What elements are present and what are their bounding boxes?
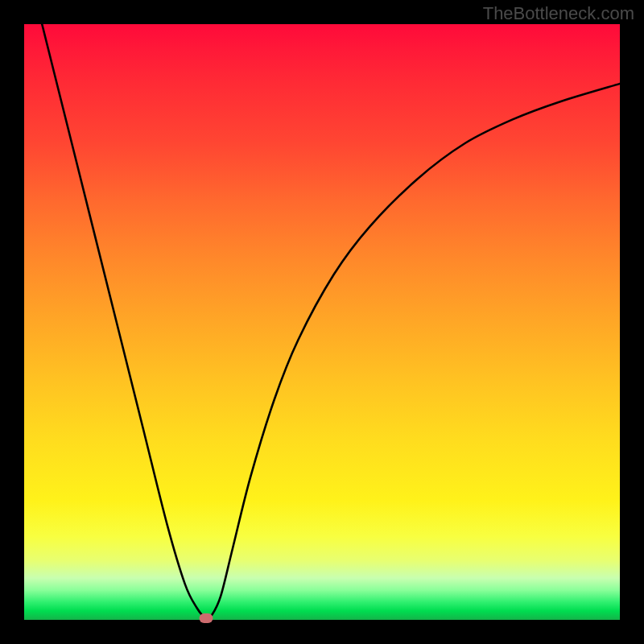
watermark-text: TheBottleneck.com [483, 3, 634, 24]
chart-plot-area [24, 24, 620, 620]
optimal-point-marker [199, 613, 213, 623]
bottleneck-curve [24, 24, 620, 620]
